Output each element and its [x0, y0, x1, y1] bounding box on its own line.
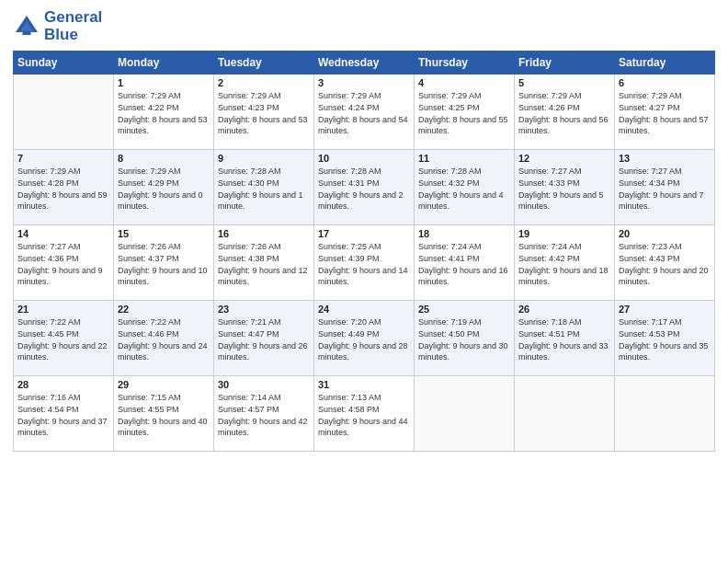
- day-number: 31: [318, 379, 410, 390]
- logo: General Blue: [13, 9, 102, 43]
- cell-sun-info: Sunrise: 7:23 AMSunset: 4:43 PMDaylight:…: [619, 241, 711, 287]
- calendar-cell: 18Sunrise: 7:24 AMSunset: 4:41 PMDayligh…: [415, 225, 515, 301]
- calendar-cell: 21Sunrise: 7:22 AMSunset: 4:45 PMDayligh…: [14, 301, 114, 376]
- calendar-cell: 4Sunrise: 7:29 AMSunset: 4:25 PMDaylight…: [415, 75, 515, 150]
- calendar-week-5: 28Sunrise: 7:16 AMSunset: 4:54 PMDayligh…: [14, 376, 715, 452]
- day-number: 13: [619, 153, 711, 164]
- calendar-cell: 6Sunrise: 7:29 AMSunset: 4:27 PMDaylight…: [615, 75, 715, 150]
- weekday-header-thursday: Thursday: [415, 52, 515, 75]
- day-number: 22: [118, 304, 210, 315]
- cell-sun-info: Sunrise: 7:14 AMSunset: 4:57 PMDaylight:…: [218, 392, 310, 438]
- calendar-cell: [415, 376, 515, 452]
- calendar-cell: 14Sunrise: 7:27 AMSunset: 4:36 PMDayligh…: [14, 225, 114, 301]
- calendar-cell: 3Sunrise: 7:29 AMSunset: 4:24 PMDaylight…: [314, 75, 415, 150]
- calendar-cell: 5Sunrise: 7:29 AMSunset: 4:26 PMDaylight…: [515, 75, 615, 150]
- cell-sun-info: Sunrise: 7:26 AMSunset: 4:37 PMDaylight:…: [118, 241, 210, 287]
- calendar-cell: 12Sunrise: 7:27 AMSunset: 4:33 PMDayligh…: [515, 150, 615, 225]
- cell-sun-info: Sunrise: 7:28 AMSunset: 4:31 PMDaylight:…: [318, 166, 410, 212]
- cell-sun-info: Sunrise: 7:16 AMSunset: 4:54 PMDaylight:…: [17, 392, 109, 438]
- day-number: 20: [619, 228, 711, 239]
- calendar-cell: 15Sunrise: 7:26 AMSunset: 4:37 PMDayligh…: [114, 225, 214, 301]
- day-number: 1: [118, 77, 210, 88]
- cell-sun-info: Sunrise: 7:29 AMSunset: 4:26 PMDaylight:…: [518, 90, 610, 136]
- day-number: 15: [118, 228, 210, 239]
- page-header: General Blue: [13, 9, 715, 43]
- cell-sun-info: Sunrise: 7:29 AMSunset: 4:25 PMDaylight:…: [418, 90, 510, 136]
- cell-sun-info: Sunrise: 7:28 AMSunset: 4:32 PMDaylight:…: [418, 166, 510, 212]
- cell-sun-info: Sunrise: 7:29 AMSunset: 4:28 PMDaylight:…: [17, 166, 109, 212]
- cell-sun-info: Sunrise: 7:29 AMSunset: 4:29 PMDaylight:…: [118, 166, 210, 212]
- calendar-cell: 11Sunrise: 7:28 AMSunset: 4:32 PMDayligh…: [415, 150, 515, 225]
- calendar-cell: 1Sunrise: 7:29 AMSunset: 4:22 PMDaylight…: [114, 75, 214, 150]
- day-number: 21: [17, 304, 109, 315]
- day-number: 14: [17, 228, 109, 239]
- calendar-page: General Blue SundayMondayTuesdayWednesda…: [0, 0, 728, 563]
- weekday-header-sunday: Sunday: [14, 52, 114, 75]
- calendar-cell: 22Sunrise: 7:22 AMSunset: 4:46 PMDayligh…: [114, 301, 214, 376]
- calendar-cell: [515, 376, 615, 452]
- day-number: 10: [318, 153, 410, 164]
- cell-sun-info: Sunrise: 7:21 AMSunset: 4:47 PMDaylight:…: [218, 316, 310, 362]
- cell-sun-info: Sunrise: 7:17 AMSunset: 4:53 PMDaylight:…: [619, 316, 711, 362]
- cell-sun-info: Sunrise: 7:27 AMSunset: 4:33 PMDaylight:…: [518, 166, 610, 212]
- day-number: 12: [518, 153, 610, 164]
- calendar-cell: 23Sunrise: 7:21 AMSunset: 4:47 PMDayligh…: [214, 301, 314, 376]
- calendar-week-4: 21Sunrise: 7:22 AMSunset: 4:45 PMDayligh…: [14, 301, 715, 376]
- day-number: 11: [418, 153, 510, 164]
- calendar-cell: 31Sunrise: 7:13 AMSunset: 4:58 PMDayligh…: [314, 376, 415, 452]
- calendar-cell: 16Sunrise: 7:26 AMSunset: 4:38 PMDayligh…: [214, 225, 314, 301]
- cell-sun-info: Sunrise: 7:29 AMSunset: 4:23 PMDaylight:…: [218, 90, 310, 136]
- logo-text: General Blue: [44, 9, 102, 43]
- day-number: 7: [17, 153, 109, 164]
- day-number: 18: [418, 228, 510, 239]
- cell-sun-info: Sunrise: 7:24 AMSunset: 4:42 PMDaylight:…: [518, 241, 610, 287]
- calendar-cell: 27Sunrise: 7:17 AMSunset: 4:53 PMDayligh…: [615, 301, 715, 376]
- day-number: 24: [318, 304, 410, 315]
- cell-sun-info: Sunrise: 7:19 AMSunset: 4:50 PMDaylight:…: [418, 316, 510, 362]
- cell-sun-info: Sunrise: 7:18 AMSunset: 4:51 PMDaylight:…: [518, 316, 610, 362]
- day-number: 28: [17, 379, 109, 390]
- cell-sun-info: Sunrise: 7:15 AMSunset: 4:55 PMDaylight:…: [118, 392, 210, 438]
- calendar-cell: 19Sunrise: 7:24 AMSunset: 4:42 PMDayligh…: [515, 225, 615, 301]
- calendar-cell: 2Sunrise: 7:29 AMSunset: 4:23 PMDaylight…: [214, 75, 314, 150]
- cell-sun-info: Sunrise: 7:27 AMSunset: 4:34 PMDaylight:…: [619, 166, 711, 212]
- calendar-week-3: 14Sunrise: 7:27 AMSunset: 4:36 PMDayligh…: [14, 225, 715, 301]
- cell-sun-info: Sunrise: 7:27 AMSunset: 4:36 PMDaylight:…: [17, 241, 109, 287]
- cell-sun-info: Sunrise: 7:20 AMSunset: 4:49 PMDaylight:…: [318, 316, 410, 362]
- day-number: 4: [418, 77, 510, 88]
- calendar-cell: 20Sunrise: 7:23 AMSunset: 4:43 PMDayligh…: [615, 225, 715, 301]
- cell-sun-info: Sunrise: 7:24 AMSunset: 4:41 PMDaylight:…: [418, 241, 510, 287]
- cell-sun-info: Sunrise: 7:13 AMSunset: 4:58 PMDaylight:…: [318, 392, 410, 438]
- day-number: 2: [218, 77, 310, 88]
- logo-icon: [13, 13, 40, 40]
- calendar-cell: 10Sunrise: 7:28 AMSunset: 4:31 PMDayligh…: [314, 150, 415, 225]
- calendar-cell: 13Sunrise: 7:27 AMSunset: 4:34 PMDayligh…: [615, 150, 715, 225]
- calendar-cell: 9Sunrise: 7:28 AMSunset: 4:30 PMDaylight…: [214, 150, 314, 225]
- calendar-cell: 25Sunrise: 7:19 AMSunset: 4:50 PMDayligh…: [415, 301, 515, 376]
- cell-sun-info: Sunrise: 7:29 AMSunset: 4:24 PMDaylight:…: [318, 90, 410, 136]
- weekday-header-friday: Friday: [515, 52, 615, 75]
- weekday-header-saturday: Saturday: [615, 52, 715, 75]
- day-number: 16: [218, 228, 310, 239]
- calendar-week-1: 1Sunrise: 7:29 AMSunset: 4:22 PMDaylight…: [14, 75, 715, 150]
- weekday-header-row: SundayMondayTuesdayWednesdayThursdayFrid…: [14, 52, 715, 75]
- calendar-cell: 7Sunrise: 7:29 AMSunset: 4:28 PMDaylight…: [14, 150, 114, 225]
- calendar-cell: [615, 376, 715, 452]
- calendar-cell: 26Sunrise: 7:18 AMSunset: 4:51 PMDayligh…: [515, 301, 615, 376]
- day-number: 8: [118, 153, 210, 164]
- calendar-cell: 29Sunrise: 7:15 AMSunset: 4:55 PMDayligh…: [114, 376, 214, 452]
- day-number: 9: [218, 153, 310, 164]
- calendar-cell: 8Sunrise: 7:29 AMSunset: 4:29 PMDaylight…: [114, 150, 214, 225]
- day-number: 6: [619, 77, 711, 88]
- cell-sun-info: Sunrise: 7:28 AMSunset: 4:30 PMDaylight:…: [218, 166, 310, 212]
- day-number: 26: [518, 304, 610, 315]
- svg-rect-2: [23, 30, 31, 35]
- weekday-header-monday: Monday: [114, 52, 214, 75]
- day-number: 25: [418, 304, 510, 315]
- weekday-header-wednesday: Wednesday: [314, 52, 415, 75]
- day-number: 27: [619, 304, 711, 315]
- day-number: 5: [518, 77, 610, 88]
- cell-sun-info: Sunrise: 7:26 AMSunset: 4:38 PMDaylight:…: [218, 241, 310, 287]
- calendar-cell: 28Sunrise: 7:16 AMSunset: 4:54 PMDayligh…: [14, 376, 114, 452]
- weekday-header-tuesday: Tuesday: [214, 52, 314, 75]
